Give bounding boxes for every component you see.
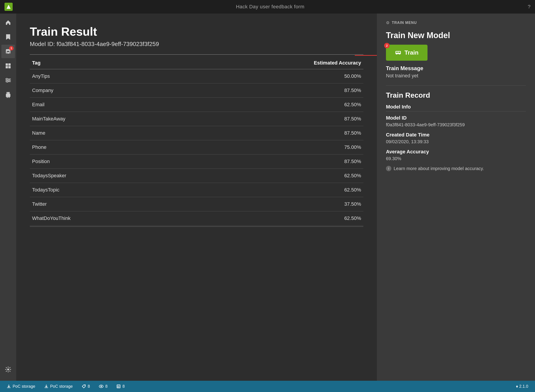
- train-button-icon: [395, 50, 401, 56]
- svg-marker-0: [7, 5, 11, 9]
- svg-point-30: [100, 386, 102, 387]
- top-bar: Hack Day user feedback form ?: [0, 0, 535, 14]
- train-menu-label: TRAIN MENU: [392, 21, 417, 25]
- table-bottom-line: [30, 226, 363, 227]
- eye-count: 8: [105, 384, 107, 389]
- bottom-table: 8: [117, 384, 125, 389]
- table-cell-accuracy: 75.00%: [181, 140, 363, 154]
- col-header-tag: Tag: [30, 57, 181, 69]
- page-title: Train Result: [30, 25, 363, 38]
- svg-point-12: [6, 78, 7, 80]
- created-date-label: Created Date Time: [386, 132, 526, 138]
- svg-point-4: [9, 52, 10, 53]
- table-cell-tag: Position: [30, 154, 181, 169]
- table-cell-tag: AnyTips: [30, 69, 181, 84]
- svg-point-28: [85, 385, 85, 386]
- svg-rect-7: [6, 66, 8, 68]
- table-cell-tag: Email: [30, 98, 181, 112]
- created-date-value: 09/02/2020, 13:39:33: [386, 139, 526, 144]
- train-button[interactable]: 2 Train: [386, 45, 428, 61]
- svg-rect-15: [7, 92, 9, 94]
- sidebar: 1: [0, 14, 16, 381]
- svg-point-25: [396, 54, 397, 55]
- content-area: Train Result Model ID: f0a3f841-8033-4ae…: [16, 14, 535, 381]
- bottom-storage1[interactable]: PoC storage: [7, 384, 35, 389]
- left-panel: Train Result Model ID: f0a3f841-8033-4ae…: [16, 14, 377, 381]
- learn-more-text: Learn more about improving model accurac…: [394, 166, 484, 171]
- svg-rect-6: [8, 63, 11, 66]
- table-area: Tag Estimated Accuracy AnyTips50.00%Comp…: [30, 57, 363, 227]
- bottom-bar: PoC storage PoC storage 8 8 8 ♦ 2.1.0: [0, 381, 535, 392]
- tag-icon: [82, 384, 86, 388]
- train-record-title: Train Record: [386, 91, 526, 99]
- app-title: Hack Day user feedback form: [236, 4, 304, 10]
- train-new-model-title: Train New Model: [386, 31, 526, 40]
- sidebar-item-sliders[interactable]: [1, 74, 15, 87]
- bottom-storage2[interactable]: PoC storage: [44, 384, 73, 389]
- table-top-divider: [30, 54, 363, 55]
- train-menu-header: ⚙ TRAIN MENU: [386, 20, 526, 25]
- arrow-container: [30, 54, 363, 55]
- table-cell-accuracy: 87.50%: [181, 126, 363, 140]
- table-cell-accuracy: 62.50%: [181, 183, 363, 197]
- table-row: Phone75.00%: [30, 140, 363, 154]
- table-cell-tag: Company: [30, 84, 181, 98]
- storage1-label: PoC storage: [13, 384, 35, 389]
- svg-point-26: [399, 54, 400, 55]
- table-row: Email62.50%: [30, 98, 363, 112]
- svg-rect-17: [7, 97, 8, 98]
- table-cell-accuracy: 62.50%: [181, 211, 363, 226]
- svg-point-13: [8, 80, 10, 81]
- table-cell-tag: WhatDoYouThink: [30, 211, 181, 226]
- sidebar-item-bookmark[interactable]: [1, 30, 15, 44]
- tags-count: 8: [88, 384, 90, 389]
- train-message-value: Not trained yet: [386, 73, 526, 79]
- svg-point-14: [7, 81, 8, 82]
- table-cell-accuracy: 87.50%: [181, 154, 363, 169]
- table-cell-tag: TodaysSpeaker: [30, 169, 181, 183]
- sidebar-item-train[interactable]: 1: [1, 45, 15, 58]
- train-message-title: Train Message: [386, 65, 526, 71]
- accuracy-table: Tag Estimated Accuracy AnyTips50.00%Comp…: [30, 57, 363, 226]
- svg-rect-16: [6, 94, 10, 97]
- main-layout: 1: [0, 14, 535, 381]
- eye-icon: [99, 385, 103, 388]
- svg-rect-2: [7, 51, 10, 52]
- bottom-tags: 8: [82, 384, 90, 389]
- table-row: Name87.50%: [30, 126, 363, 140]
- sidebar-item-plugin[interactable]: [1, 88, 15, 102]
- sidebar-item-settings[interactable]: [1, 363, 15, 376]
- table-row: Company87.50%: [30, 84, 363, 98]
- learn-more-row[interactable]: i Learn more about improving model accur…: [386, 166, 526, 171]
- table-row: TodaysSpeaker62.50%: [30, 169, 363, 183]
- app-logo: [5, 3, 13, 11]
- table-cell-accuracy: 62.50%: [181, 169, 363, 183]
- right-panel: ⚙ TRAIN MENU Train New Model 2 Train Tra…: [377, 14, 535, 381]
- table-icon: [117, 384, 121, 388]
- info-icon: i: [386, 166, 391, 171]
- model-id-value-right: f0a3f841-8033-4ae9-9eff-739023f3f259: [386, 122, 526, 127]
- table-cell-tag: MainTakeAway: [30, 112, 181, 126]
- table-row: MainTakeAway87.50%: [30, 112, 363, 126]
- right-divider-1: [386, 85, 526, 86]
- table-cell-accuracy: 37.50%: [181, 197, 363, 211]
- model-id-text: Model ID: f0a3f841-8033-4ae9-9eff-739023…: [30, 41, 363, 48]
- right-divider-2: [386, 111, 526, 112]
- table-cell-tag: TodaysTopic: [30, 183, 181, 197]
- table-row: AnyTips50.00%: [30, 69, 363, 84]
- table-row: Position87.50%: [30, 154, 363, 169]
- svg-rect-23: [396, 52, 398, 53]
- download-icon-2: [44, 384, 48, 388]
- table-cell-tag: Twitter: [30, 197, 181, 211]
- table-cell-tag: Phone: [30, 140, 181, 154]
- download-icon-1: [7, 384, 11, 388]
- sidebar-item-grid[interactable]: [1, 59, 15, 73]
- table-cell-accuracy: 62.50%: [181, 98, 363, 112]
- sidebar-item-home[interactable]: [1, 16, 15, 29]
- help-icon[interactable]: ?: [528, 4, 530, 10]
- svg-rect-8: [8, 66, 11, 68]
- sidebar-train-badge: 1: [9, 46, 14, 51]
- table-cell-accuracy: 50.00%: [181, 69, 363, 84]
- table-row: WhatDoYouThink62.50%: [30, 211, 363, 226]
- svg-rect-24: [398, 52, 400, 53]
